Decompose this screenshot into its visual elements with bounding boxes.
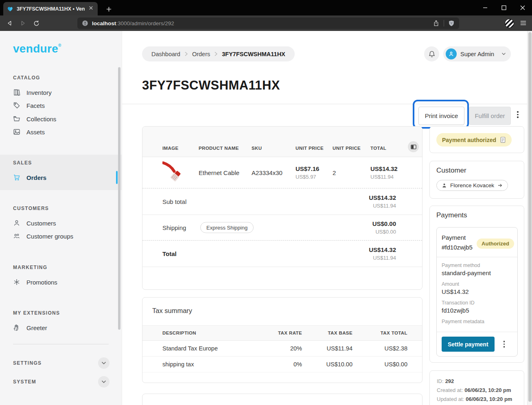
fulfill-order-button[interactable]: Fulfill order xyxy=(469,107,511,125)
tax-row: Standard Tax Europe 20% US$11.94 US$2.38 xyxy=(142,341,422,357)
url-text: localhost:3000/admin/orders/292 xyxy=(92,20,174,27)
browser-menu-icon[interactable] xyxy=(520,20,527,28)
sidebar-item-promotions[interactable]: Promotions xyxy=(13,276,57,289)
active-item-indicator xyxy=(116,171,118,184)
column-settings-button[interactable] xyxy=(408,141,419,152)
scrollbar-thumb[interactable] xyxy=(528,32,532,402)
sidebar-item-facets[interactable]: Facets xyxy=(13,99,45,112)
sidebar-item-inventory[interactable]: Inventory xyxy=(13,86,52,99)
notifications-button[interactable] xyxy=(424,46,439,61)
chevron-right-icon xyxy=(215,52,217,56)
chevron-down-icon[interactable] xyxy=(98,376,109,387)
avatar xyxy=(446,48,457,59)
person-icon xyxy=(442,183,447,188)
tab-close-icon[interactable] xyxy=(88,5,94,13)
vendure-logo[interactable]: vendure® xyxy=(13,42,61,55)
sidebar-section-settings[interactable]: SETTINGS xyxy=(13,357,109,370)
new-tab-button[interactable] xyxy=(104,4,113,13)
cart-icon xyxy=(13,174,20,181)
minimize-button[interactable] xyxy=(476,0,495,15)
chevron-down-icon[interactable] xyxy=(98,357,109,369)
arrow-right-icon xyxy=(497,183,503,188)
main-panel: Dashboard Orders 3FY7FSCWSHMA11HX Super … xyxy=(122,31,527,405)
image-icon xyxy=(13,128,20,136)
close-button[interactable] xyxy=(513,0,532,15)
sidebar-item-customer-groups[interactable]: Customer groups xyxy=(13,230,73,243)
user-name: Super Admin xyxy=(460,51,498,57)
shipping-method-badge: Express Shipping xyxy=(200,222,254,233)
breadcrumb-orders[interactable]: Orders xyxy=(192,51,210,57)
chevron-right-icon xyxy=(185,52,188,56)
bell-icon xyxy=(428,50,436,58)
forward-button[interactable] xyxy=(19,19,27,27)
folder-icon xyxy=(13,115,20,123)
settle-payment-button[interactable]: Settle payment xyxy=(442,337,495,352)
share-icon[interactable] xyxy=(433,20,440,27)
page-scrollbar[interactable] xyxy=(527,31,532,405)
quantity-cell: 2 xyxy=(333,169,336,176)
hand-icon xyxy=(13,324,20,331)
back-button[interactable] xyxy=(6,19,14,27)
sidebar-scrollbar[interactable] xyxy=(118,67,120,330)
product-sku: A23334x30 xyxy=(252,169,282,176)
url-bar[interactable]: localhost:3000/admin/orders/292 xyxy=(77,18,459,29)
order-state-badge: Payment authorized xyxy=(436,133,512,147)
maximize-button[interactable] xyxy=(495,0,513,15)
page-title: 3FY7FSCWSHMA11HX xyxy=(142,78,280,93)
asterisk-icon xyxy=(13,278,20,286)
browser-window: 3FY7FSCWSHMA11HX • Vendure localhost:300… xyxy=(0,0,532,405)
amount-field: Amount US$14.32 xyxy=(442,281,512,296)
user-menu[interactable]: Super Admin xyxy=(443,46,511,61)
sidebar-section-system[interactable]: SYSTEM xyxy=(13,375,109,388)
sidebar-item-assets[interactable]: Assets xyxy=(13,125,45,138)
sidebar-item-greeter[interactable]: Greeter xyxy=(13,321,47,334)
page-content: vendure® CATALOG Inventory Facets Collec… xyxy=(0,31,532,405)
brave-shield-icon[interactable] xyxy=(448,20,455,27)
browser-profile-avatar[interactable] xyxy=(505,19,514,28)
tax-summary-card: Tax summary DESCRIPTION TAX RATE TAX BAS… xyxy=(142,297,423,383)
site-info-icon[interactable] xyxy=(82,20,88,26)
browser-toolbar: localhost:3000/admin/orders/292 xyxy=(0,15,532,31)
section-label-my-extensions: MY EXTENSIONS xyxy=(13,310,60,316)
reload-button[interactable] xyxy=(32,19,40,27)
browser-tab[interactable]: 3FY7FSCWSHMA11HX • Vendure xyxy=(3,2,98,15)
entity-updated-at: Updated at:06/06/23, 10:20 pm xyxy=(437,396,512,402)
sidebar-item-collections[interactable]: Collections xyxy=(13,112,56,125)
payment-detail-card: Payment #fd10zwjb5 Authorized Payment me… xyxy=(436,227,518,357)
product-image[interactable] xyxy=(162,161,184,185)
total-row: Total US$14.32US$11.94 xyxy=(142,241,422,267)
order-state-card: Payment authorized xyxy=(429,126,524,153)
customer-link[interactable]: Florence Kovacek xyxy=(436,180,508,191)
order-table-header: IMAGE PRODUCT NAME SKU UNIT PRICE UNIT P… xyxy=(142,127,422,157)
subtotal-row: Sub total US$14.32US$11.94 xyxy=(142,188,422,215)
payment-actions-kebab[interactable] xyxy=(504,341,505,348)
payment-status-badge: Authorized xyxy=(477,239,514,249)
section-label-sales: SALES xyxy=(13,160,32,166)
history-list-icon[interactable] xyxy=(500,136,506,143)
tax-summary-title: Tax summary xyxy=(152,307,192,315)
payment-method-field: Payment method standard-payment xyxy=(442,262,512,277)
tag-icon xyxy=(13,102,20,109)
sidebar-item-orders[interactable]: Orders xyxy=(13,171,46,184)
breadcrumb: Dashboard Orders 3FY7FSCWSHMA11HX xyxy=(142,46,295,61)
tax-table-header: DESCRIPTION TAX RATE TAX BASE TAX TOTAL xyxy=(142,325,422,341)
breadcrumb-current: 3FY7FSCWSHMA11HX xyxy=(222,51,285,57)
person-icon xyxy=(448,51,454,57)
section-label-catalog: CATALOG xyxy=(13,75,40,81)
order-line-row: Ethernet Cable A23334x30 US$7.16 US$5.97… xyxy=(142,157,422,188)
entity-info-card: ID:292 Created at:06/06/23, 10:20 pm Upd… xyxy=(429,370,524,405)
entity-created-at: Created at:06/06/23, 10:20 pm xyxy=(437,387,511,393)
transaction-id-field: Transaction ID fd10zwjb5 xyxy=(442,300,512,315)
vendure-favicon-icon xyxy=(7,6,13,12)
chevron-down-icon xyxy=(501,53,506,55)
order-actions-kebab[interactable] xyxy=(517,111,519,118)
person-icon xyxy=(13,219,20,227)
breadcrumb-dashboard[interactable]: Dashboard xyxy=(151,51,180,57)
sidebar-divider xyxy=(13,344,109,344)
payment-metadata-field: Payment metadata xyxy=(442,318,512,325)
product-name[interactable]: Ethernet Cable xyxy=(199,169,239,176)
payments-card-title: Payments xyxy=(436,211,467,219)
toolbar-divider xyxy=(444,20,444,26)
unit-price-cell: US$7.16 US$5.97 xyxy=(296,165,319,180)
sidebar-item-customers[interactable]: Customers xyxy=(13,217,56,230)
